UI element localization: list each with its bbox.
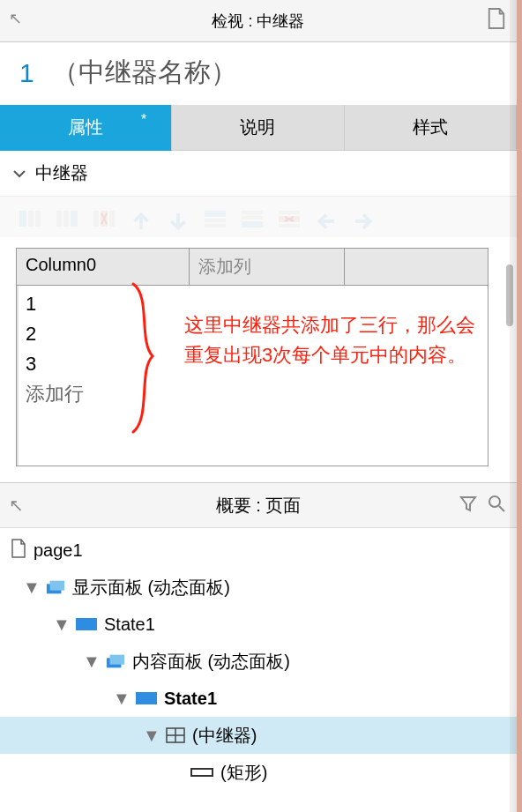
svg-rect-1 — [28, 211, 34, 227]
insert-col-left-icon[interactable] — [18, 209, 42, 228]
svg-rect-12 — [242, 211, 263, 214]
tree-dynpanel[interactable]: ▼ 显示面板 (动态面板) — [0, 569, 517, 606]
rectangle-icon — [190, 768, 213, 777]
chevron-down-icon: ▼ — [23, 577, 39, 598]
insert-row-above-icon[interactable] — [203, 209, 227, 228]
scrollbar-thumb[interactable] — [506, 264, 513, 326]
tree-repeater[interactable]: ▼ (中继器) — [0, 717, 517, 754]
col-spacer — [345, 249, 488, 285]
insert-col-right-icon[interactable] — [55, 209, 79, 228]
section-repeater[interactable]: 中继器 — [0, 151, 517, 197]
annotation-text: 这里中继器共添加了三行，那么会重复出现3次每个单元中的内容。 — [184, 310, 481, 370]
tree-label: State1 — [104, 615, 155, 635]
svg-rect-14 — [242, 221, 263, 227]
move-left-icon[interactable] — [314, 209, 339, 228]
inspector-header: ↖ 检视 : 中继器 — [0, 0, 517, 42]
tab-notes[interactable]: 说明 — [172, 105, 344, 151]
svg-rect-4 — [63, 211, 69, 227]
inspector-tabs: 属性 * 说明 样式 — [0, 105, 517, 151]
chevron-down-icon: ▼ — [113, 689, 129, 709]
chevron-down-icon: ▼ — [83, 652, 99, 672]
svg-rect-10 — [205, 219, 226, 222]
section-label: 中继器 — [35, 161, 88, 185]
outline-title: 概要 : 页面 — [216, 494, 302, 518]
chevron-down-icon: ▼ — [143, 726, 159, 746]
move-right-icon[interactable] — [351, 209, 376, 228]
note-icon[interactable] — [487, 7, 506, 34]
tree-dynpanel[interactable]: ▼ 内容面板 (动态面板) — [0, 643, 517, 680]
svg-rect-20 — [50, 581, 65, 591]
svg-rect-15 — [279, 211, 300, 214]
tree-label: page1 — [34, 540, 83, 561]
tree-label: 显示面板 (动态面板) — [72, 576, 230, 600]
delete-row-icon[interactable] — [277, 209, 302, 228]
search-icon[interactable] — [487, 494, 506, 518]
inspector-title: 检视 : 中继器 — [212, 11, 304, 32]
svg-rect-6 — [93, 211, 99, 227]
repeater-data-grid[interactable]: Column0 添加列 1 2 3 添加行 这里中继器共添加了三行，那么会重复出… — [16, 248, 488, 466]
move-up-icon[interactable] — [129, 209, 153, 228]
tree-rectangle[interactable]: (矩形) — [0, 754, 517, 791]
svg-rect-5 — [71, 211, 78, 227]
tree-page[interactable]: page1 — [0, 532, 517, 569]
tab-properties[interactable]: 属性 * — [0, 105, 172, 151]
grid-header: Column0 添加列 — [17, 249, 488, 286]
insert-row-below-icon[interactable] — [240, 209, 265, 228]
annotation-brace — [123, 279, 167, 437]
tree-state[interactable]: ▼ State1 — [0, 680, 517, 717]
delete-col-icon[interactable] — [92, 209, 116, 228]
dynamic-panel-icon — [46, 579, 65, 595]
page-icon — [11, 539, 26, 562]
state-icon — [136, 692, 157, 704]
chevron-down-icon — [12, 163, 26, 183]
filter-icon[interactable] — [459, 494, 478, 518]
tab-style[interactable]: 样式 — [345, 105, 517, 151]
svg-rect-22 — [110, 655, 124, 665]
repeater-icon — [166, 727, 185, 743]
svg-rect-3 — [56, 211, 62, 227]
tree-label: (矩形) — [220, 761, 267, 785]
tree-label: State1 — [164, 689, 217, 709]
svg-rect-17 — [279, 224, 300, 227]
svg-rect-13 — [242, 216, 263, 220]
tree-label: (中继器) — [192, 724, 257, 748]
svg-rect-11 — [205, 224, 226, 227]
chevron-down-icon: ▼ — [53, 615, 69, 635]
state-icon — [76, 618, 97, 630]
move-down-icon[interactable] — [166, 209, 190, 228]
dynamic-panel-icon — [106, 653, 125, 669]
tree-state[interactable]: ▼ State1 — [0, 606, 517, 643]
tree-label: 内容面板 (动态面板) — [132, 650, 290, 674]
popout-icon[interactable]: ↖ — [9, 9, 22, 28]
add-row[interactable]: 添加行 — [26, 379, 479, 409]
repeater-toolbar — [0, 197, 517, 237]
widget-name[interactable]: （中继器名称） — [52, 55, 237, 91]
add-column[interactable]: 添加列 — [190, 249, 345, 285]
widget-index: 1 — [19, 58, 34, 88]
svg-rect-8 — [109, 211, 115, 227]
outline-header: ↖ 概要 : 页面 — [0, 482, 517, 528]
svg-rect-0 — [19, 211, 26, 227]
svg-rect-9 — [205, 211, 226, 217]
svg-point-18 — [489, 496, 500, 507]
svg-rect-2 — [35, 211, 41, 227]
outline-tree: page1 ▼ 显示面板 (动态面板) ▼ State1 ▼ 内容面板 (动态面… — [0, 528, 517, 794]
widget-title-row: 1 （中继器名称） — [0, 42, 517, 105]
popout-icon[interactable]: ↖ — [9, 495, 24, 516]
grid-body: 1 2 3 添加行 这里中继器共添加了三行，那么会重复出现3次每个单元中的内容。 — [17, 286, 488, 466]
dirty-indicator: * — [141, 112, 146, 128]
